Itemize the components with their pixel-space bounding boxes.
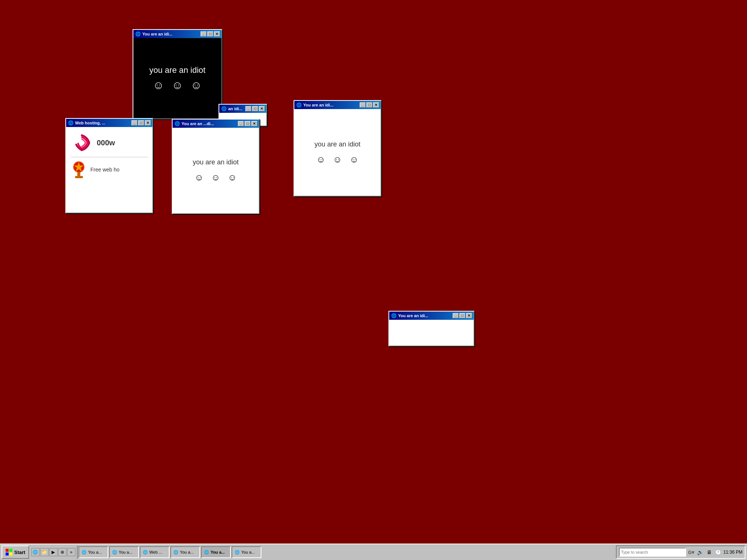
smiley-row: ☺ ☺ ☺ <box>153 79 202 92</box>
taskbar-item-3[interactable]: 🌐 You a... <box>170 546 200 558</box>
start-label: Start <box>14 550 25 555</box>
close-button-2[interactable]: ✕ <box>259 106 265 111</box>
taskbar-item-label-5: You a... <box>241 550 255 554</box>
titlebar-title-3: You are an ...di... <box>182 121 236 126</box>
titlebar-mini[interactable]: 🌐 You are an idi... _ □ ✕ <box>389 312 474 320</box>
taskbar-item-icon-3: 🌐 <box>173 550 179 555</box>
popup4-message: you are an idiot <box>314 140 360 148</box>
ql-extra-icon[interactable]: ⊕ <box>58 548 66 556</box>
titlebar-popup3[interactable]: 🌐 You are an ...di... _ □ ✕ <box>173 120 259 128</box>
taskbar-item-0[interactable]: 🌐 You a... <box>78 546 108 558</box>
taskbar-item-label-3: You a... <box>180 550 194 554</box>
window-popup3[interactable]: 🌐 You are an ...di... _ □ ✕ you are an i… <box>172 119 260 214</box>
smiley-2: ☺ <box>172 79 183 92</box>
titlebar-title-mini: You are an idi... <box>398 313 451 318</box>
maximize-button-3[interactable]: □ <box>245 121 251 126</box>
window-icon-4: 🌐 <box>296 102 302 108</box>
svg-rect-4 <box>6 549 9 552</box>
maximize-button-web[interactable]: □ <box>138 120 144 126</box>
minimize-button-4[interactable]: _ <box>360 102 366 108</box>
popup3-smiley-1: ☺ <box>195 172 204 183</box>
taskbar-item-1[interactable]: 🌐 You a... <box>109 546 139 558</box>
close-button-web[interactable]: ✕ <box>145 120 151 126</box>
taskbar-item-icon-4: 🌐 <box>204 550 209 555</box>
window-web-hosting[interactable]: 🌐 Web hosting, ... _ □ ✕ 000w <box>65 118 153 213</box>
ql-chevron-icon[interactable]: » <box>67 548 75 556</box>
minimize-button-2[interactable]: _ <box>245 106 251 111</box>
search-g-icon[interactable]: G▾ <box>688 548 695 556</box>
windows-logo <box>5 548 13 556</box>
award-icon <box>71 160 87 179</box>
system-tray: G▾ 🔊 🖥 🕐 11:36 PM <box>616 545 746 559</box>
taskbar-item-2[interactable]: 🌐 Web ... <box>140 546 170 558</box>
titlebar-buttons: _ □ ✕ <box>201 31 220 37</box>
taskbar-item-icon-1: 🌐 <box>112 550 117 555</box>
maximize-button-mini[interactable]: □ <box>459 313 465 318</box>
smiley-1: ☺ <box>153 79 164 92</box>
maximize-button-2[interactable]: □ <box>252 106 258 111</box>
popup4-content: you are an idiot ☺ ☺ ☺ <box>294 109 381 196</box>
brand-header: 000w <box>71 132 148 154</box>
search-box: G▾ <box>619 548 695 557</box>
ql-folder-icon[interactable]: 📁 <box>40 548 49 556</box>
window-mini[interactable]: 🌐 You are an idi... _ □ ✕ <box>388 311 474 346</box>
network-icon[interactable]: 🖥 <box>706 548 713 556</box>
svg-rect-6 <box>6 553 9 556</box>
taskbar-items: 🌐 You a... 🌐 You a... 🌐 Web ... 🌐 You a.… <box>78 546 615 558</box>
window-icon-web: 🌐 <box>68 120 74 126</box>
window-icon-2: 🌐 <box>221 106 227 112</box>
free-web-row: Free web ho <box>71 160 148 179</box>
popup4-smiley-1: ☺ <box>316 154 326 165</box>
smiley-3: ☺ <box>190 79 202 92</box>
window-popup4[interactable]: 🌐 You are an idi... _ □ ✕ you are an idi… <box>294 100 381 197</box>
popup3-message: you are an idiot <box>193 158 239 166</box>
search-input[interactable] <box>619 548 686 557</box>
window-main-idiot[interactable]: 🌐 You are an idi... _ □ ✕ you are an idi… <box>133 29 222 119</box>
titlebar-title-4: You are an idi... <box>303 103 358 107</box>
titlebar-title-2: an idi... <box>228 106 244 111</box>
minimize-button-3[interactable]: _ <box>238 121 244 126</box>
titlebar-web-hosting[interactable]: 🌐 Web hosting, ... _ □ ✕ <box>66 119 152 127</box>
taskbar-item-icon-0: 🌐 <box>81 550 87 555</box>
taskbar-item-label-1: You a... <box>119 550 133 554</box>
titlebar-popup4[interactable]: 🌐 You are an idi... _ □ ✕ <box>294 101 381 109</box>
minimize-button[interactable]: _ <box>201 31 207 37</box>
free-web-label: Free web ho <box>90 167 120 173</box>
taskbar-item-4[interactable]: 🌐 You a... <box>201 546 231 558</box>
titlebar-buttons-2: _ □ ✕ <box>245 106 265 111</box>
start-button[interactable]: Start <box>1 545 29 559</box>
maximize-button-4[interactable]: □ <box>366 102 372 108</box>
popup4-smiley-2: ☺ <box>333 154 342 165</box>
minimize-button-mini[interactable]: _ <box>453 313 459 318</box>
svg-rect-7 <box>9 553 12 556</box>
maximize-button[interactable]: □ <box>207 31 213 37</box>
ql-media-icon[interactable]: ▶ <box>49 548 58 556</box>
mini-content <box>389 320 474 346</box>
taskbar-item-5[interactable]: 🌐 You a... <box>232 546 261 558</box>
clock-icon: 🕐 <box>715 548 722 556</box>
desktop: 🌐 You are an idi... _ □ ✕ you are an idi… <box>0 0 747 544</box>
titlebar-popup2[interactable]: 🌐 an idi... _ □ ✕ <box>219 105 266 113</box>
web-hosting-content: 000w Free web ho <box>66 127 152 213</box>
popup3-smiley-2: ☺ <box>211 172 220 183</box>
close-button[interactable]: ✕ <box>214 31 220 37</box>
svg-rect-3 <box>75 176 83 178</box>
window-content-black: you are an idiot ☺ ☺ ☺ <box>133 38 221 118</box>
close-button-4[interactable]: ✕ <box>373 102 379 108</box>
swirl-icon <box>71 132 93 154</box>
taskbar: Start 🌐 📁 ▶ ⊕ » 🌐 You a... 🌐 You a... 🌐 … <box>0 544 747 560</box>
taskbar-item-label-0: You a... <box>88 550 102 554</box>
divider <box>71 157 148 157</box>
minimize-button-web[interactable]: _ <box>131 120 137 126</box>
close-button-3[interactable]: ✕ <box>251 121 257 126</box>
titlebar-buttons-web: _ □ ✕ <box>131 120 151 126</box>
titlebar-main[interactable]: 🌐 You are an idi... _ □ ✕ <box>133 30 221 38</box>
volume-icon[interactable]: 🔊 <box>697 548 704 556</box>
brand-name: 000w <box>97 139 115 147</box>
taskbar-item-label-4: You a... <box>211 550 225 554</box>
window-icon-mini: 🌐 <box>391 313 397 319</box>
ql-ie-icon[interactable]: 🌐 <box>31 548 40 556</box>
window-icon: 🌐 <box>135 31 141 37</box>
close-button-mini[interactable]: ✕ <box>466 313 472 318</box>
quick-launch-area: 🌐 📁 ▶ ⊕ » <box>30 545 78 559</box>
